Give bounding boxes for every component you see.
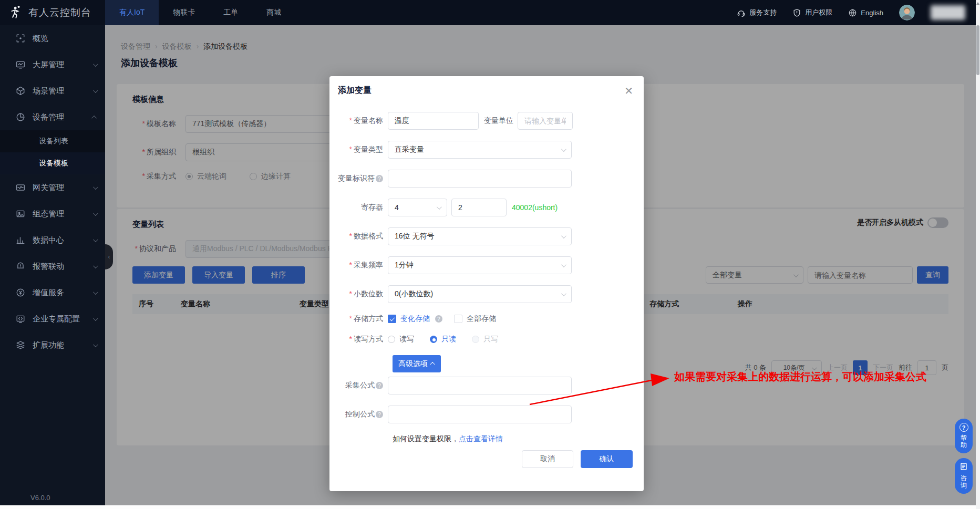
checkbox-icon bbox=[454, 315, 462, 323]
username-redacted[interactable] bbox=[931, 5, 965, 20]
hmi-icon bbox=[16, 209, 25, 219]
help-icon[interactable] bbox=[435, 315, 442, 323]
storage-options: 变化存储全部存储 bbox=[388, 314, 508, 324]
sidebar-item-大屏管理[interactable]: 大屏管理 bbox=[0, 51, 105, 78]
permission-hint: 如何设置变量权限， bbox=[393, 434, 459, 443]
required-asterisk: * bbox=[349, 335, 352, 343]
register-label: 寄存器 bbox=[329, 203, 388, 212]
enterprise-icon bbox=[16, 314, 25, 324]
variable-type-label: *变量类型 bbox=[329, 145, 388, 154]
register-row: 寄存器 4 40002(ushort) bbox=[329, 199, 644, 216]
overview-icon bbox=[16, 34, 25, 43]
collect-formula-input[interactable] bbox=[388, 377, 572, 394]
register-address-input[interactable] bbox=[451, 199, 507, 216]
sidebar-menu: 概览大屏管理场景管理设备管理设备列表设备模板网关管理组态管理数据中心报警联动增值… bbox=[0, 25, 105, 358]
brand: 有人云控制台 bbox=[0, 0, 105, 25]
sidebar-item-网关管理[interactable]: 网关管理 bbox=[0, 174, 105, 201]
tab-商城[interactable]: 商城 bbox=[252, 0, 295, 25]
sidebar-item-数据中心[interactable]: 数据中心 bbox=[0, 227, 105, 253]
scene-icon bbox=[16, 86, 25, 96]
consult-float-button[interactable]: 咨询 bbox=[955, 458, 973, 494]
variable-name-row: *变量名称 变量单位 bbox=[329, 112, 644, 130]
sidebar-item-企业专属配置[interactable]: 企业专属配置 bbox=[0, 306, 105, 332]
radio-label: 读写 bbox=[399, 335, 414, 344]
avatar[interactable] bbox=[899, 5, 915, 20]
variable-name-label: *变量名称 bbox=[329, 116, 388, 126]
cancel-button[interactable]: 取消 bbox=[522, 450, 573, 468]
data-icon bbox=[16, 235, 25, 245]
topbar-item-服务支持[interactable]: 服务支持 bbox=[737, 8, 777, 17]
sidebar-item-label: 网关管理 bbox=[33, 183, 64, 193]
frequency-select[interactable]: 1分钟 bbox=[388, 256, 572, 274]
readwrite-option-只写[interactable]: 只写 bbox=[472, 335, 498, 344]
required-asterisk: * bbox=[349, 314, 352, 323]
chevron-down-icon bbox=[93, 61, 98, 67]
version-label: V6.0.0 bbox=[30, 494, 50, 502]
help-float-button[interactable]: ? 帮助 bbox=[955, 419, 973, 453]
sidebar-subitem-设备模板[interactable]: 设备模板 bbox=[0, 152, 105, 174]
data-format-row: *数据格式 16位 无符号 bbox=[329, 227, 644, 245]
confirm-button[interactable]: 确认 bbox=[581, 450, 633, 468]
chevron-down-icon bbox=[93, 263, 98, 268]
readwrite-option-只读[interactable]: 只读 bbox=[430, 335, 456, 344]
checkbox-label: 变化存储 bbox=[400, 314, 430, 324]
decimals-select[interactable]: 0(小数位数) bbox=[388, 285, 572, 303]
sidebar-subitem-设备列表[interactable]: 设备列表 bbox=[0, 130, 105, 152]
chevron-down-icon bbox=[561, 233, 566, 238]
checkbox-icon bbox=[388, 315, 396, 323]
readwrite-row: *读写方式 读写只读只写 bbox=[329, 335, 644, 344]
topbar-item-label: 用户权限 bbox=[805, 8, 832, 17]
storage-option-变化存储[interactable]: 变化存储 bbox=[388, 314, 442, 324]
chevron-down-icon bbox=[93, 211, 98, 216]
vas-icon bbox=[16, 288, 25, 297]
sidebar-item-扩展功能[interactable]: 扩展功能 bbox=[0, 332, 105, 358]
chevron-down-icon bbox=[93, 289, 98, 295]
help-icon[interactable] bbox=[376, 411, 383, 418]
modal-footer: 取消 确认 bbox=[329, 450, 644, 468]
alarm-icon bbox=[16, 262, 25, 271]
scrollbar[interactable] bbox=[976, 0, 980, 509]
collect-formula-row: 采集公式 bbox=[329, 377, 644, 394]
screen-icon bbox=[16, 60, 25, 69]
collect-formula-label: 采集公式 bbox=[329, 381, 388, 390]
storage-label: *存储方式 bbox=[329, 314, 388, 324]
scrollbar-thumb[interactable] bbox=[976, 25, 979, 75]
tab-工单[interactable]: 工单 bbox=[209, 0, 252, 25]
sidebar-item-报警联动[interactable]: 报警联动 bbox=[0, 253, 105, 279]
help-icon[interactable] bbox=[376, 175, 383, 182]
sidebar-item-概览[interactable]: 概览 bbox=[0, 25, 105, 51]
topbar-item-English[interactable]: English bbox=[848, 8, 883, 17]
chevron-down-icon bbox=[437, 204, 442, 210]
sidebar-item-增值服务[interactable]: 增值服务 bbox=[0, 279, 105, 306]
topbar-item-label: English bbox=[861, 9, 883, 17]
close-icon[interactable]: ✕ bbox=[624, 86, 633, 96]
sidebar-item-组态管理[interactable]: 组态管理 bbox=[0, 201, 105, 227]
advanced-options-button[interactable]: 高级选项 bbox=[393, 355, 441, 372]
sidebar-item-设备管理[interactable]: 设备管理 bbox=[0, 104, 105, 130]
topbar-item-用户权限[interactable]: 用户权限 bbox=[792, 8, 832, 17]
scroll-up-arrow[interactable] bbox=[976, 2, 979, 5]
storage-row: *存储方式 变化存储全部存储 bbox=[329, 314, 644, 324]
modal-title: 添加变量 bbox=[338, 85, 372, 96]
storage-option-全部存储[interactable]: 全部存储 bbox=[454, 314, 496, 324]
register-type-select[interactable]: 4 bbox=[388, 199, 447, 216]
identifier-input[interactable] bbox=[388, 170, 572, 188]
brand-title: 有人云控制台 bbox=[28, 6, 91, 19]
topbar-item-label: 服务支持 bbox=[749, 8, 777, 17]
submenu: 设备列表设备模板 bbox=[0, 130, 105, 174]
help-icon[interactable] bbox=[376, 382, 383, 389]
variable-unit-input[interactable] bbox=[518, 112, 573, 130]
variable-name-input[interactable] bbox=[388, 112, 479, 130]
variable-type-select[interactable]: 直采变量 bbox=[388, 141, 572, 159]
consult-icon bbox=[960, 462, 968, 472]
sidebar-item-场景管理[interactable]: 场景管理 bbox=[0, 78, 105, 104]
tab-物联卡[interactable]: 物联卡 bbox=[159, 0, 209, 25]
readwrite-option-读写[interactable]: 读写 bbox=[388, 335, 414, 344]
control-formula-input[interactable] bbox=[388, 406, 572, 423]
data-format-select[interactable]: 16位 无符号 bbox=[388, 227, 572, 245]
tab-有人IoT[interactable]: 有人IoT bbox=[105, 0, 159, 25]
help-icon: ? bbox=[960, 423, 968, 432]
register-hint: 40002(ushort) bbox=[512, 203, 558, 212]
permission-detail-link[interactable]: 点击查看详情 bbox=[459, 434, 503, 443]
sidebar-item-label: 企业专属配置 bbox=[33, 314, 80, 324]
